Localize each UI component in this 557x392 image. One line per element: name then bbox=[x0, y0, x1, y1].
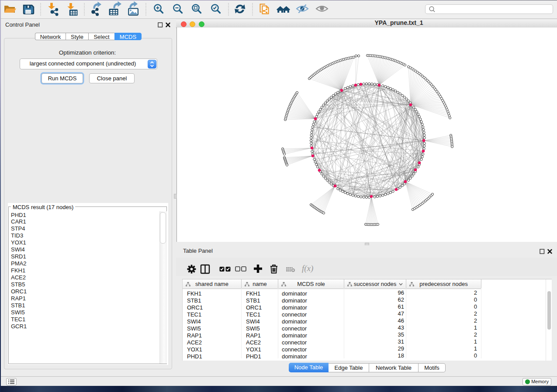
svg-text:f(x): f(x) bbox=[302, 264, 313, 273]
